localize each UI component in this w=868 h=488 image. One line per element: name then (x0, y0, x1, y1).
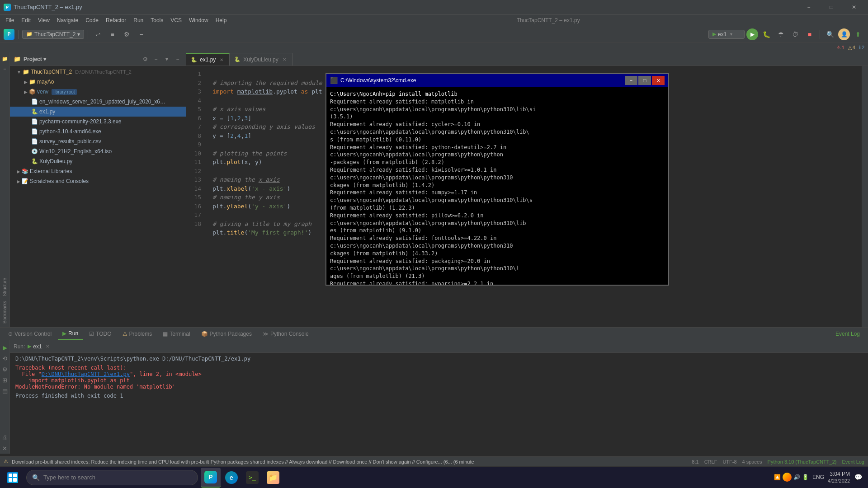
run-tab-close[interactable]: ✕ (46, 344, 49, 349)
tree-python-exe-label: python-3.10.4-amd64.exe (39, 128, 101, 135)
status-encoding[interactable]: UTF-8 (722, 459, 736, 465)
user-button[interactable]: 👤 (838, 28, 850, 40)
run-action-settings[interactable]: ⚙ (0, 365, 9, 374)
error-count[interactable]: ⚠ 1 (836, 45, 844, 51)
tree-item-win10[interactable]: 💿 Win10_21H2_English_x64.iso (10, 146, 186, 156)
cmd-max-btn[interactable]: □ (638, 76, 651, 85)
tree-item-ex1[interactable]: 🐍 ex1.py (10, 107, 186, 117)
tab-ex1[interactable]: 🐍 ex1.py ✕ (186, 53, 230, 66)
app-icon: P (4, 4, 11, 11)
profile-button[interactable]: ⏱ (789, 28, 802, 41)
tree-item-python-exe[interactable]: 📄 python-3.10.4-amd64.exe (10, 127, 186, 136)
run-ex1-tab[interactable]: ▶ ex1 ✕ (28, 343, 49, 350)
menu-help[interactable]: Help (212, 16, 231, 24)
stop-button[interactable]: ■ (803, 28, 816, 41)
toolbar-close-btn[interactable]: − (135, 28, 148, 41)
menu-view[interactable]: View (34, 16, 53, 24)
tab-event-log[interactable]: Event Log (831, 328, 864, 340)
toolbar-config-btn[interactable]: ⚙ (121, 28, 133, 41)
taskbar-pycharm[interactable]: P (201, 468, 221, 488)
tree-item-mayao[interactable]: ▶ 📁 mayAo (10, 77, 186, 87)
structure-label[interactable]: Structure (2, 278, 7, 296)
project-selector[interactable]: 📁 ThucTapCNTT_2 ▾ (22, 30, 84, 39)
status-right: 8:1 CRLF UTF-8 4 spaces Python 3.10 (Thu… (692, 459, 864, 465)
project-settings-icon[interactable]: ▾ (162, 55, 171, 64)
run-config-selector[interactable]: ▶ ex1 ▾ (708, 30, 745, 39)
tab-problems[interactable]: ⚠ Problems (118, 328, 157, 340)
run-action-play[interactable]: ▶ (0, 343, 9, 352)
status-event-log[interactable]: Event Log (842, 459, 864, 465)
tray-up-arrow[interactable]: 🔼 (774, 474, 781, 480)
cmd-min-btn[interactable]: − (625, 76, 637, 85)
cmd-close-btn[interactable]: ✕ (652, 76, 665, 85)
tab-run[interactable]: ▶ Run (58, 328, 83, 340)
tree-item-pycharm[interactable]: 📄 pycharm-community-2021.3.3.exe (10, 117, 186, 127)
menu-code[interactable]: Code (82, 16, 102, 24)
menu-edit[interactable]: Edit (18, 16, 34, 24)
maximize-button[interactable]: □ (821, 0, 842, 14)
project-gear-icon[interactable]: ⚙ (141, 55, 150, 64)
toolbar-structure-btn[interactable]: ≡ (106, 28, 119, 41)
sidebar-project-icon[interactable]: 📁 (0, 54, 9, 63)
tab-ex1-icon: 🐍 (191, 57, 197, 63)
clock[interactable]: 3:04 PM 4/23/2022 (828, 471, 850, 484)
status-warning-text[interactable]: Download pre-built shared indexes: Reduc… (12, 459, 474, 465)
tab-version-control[interactable]: ⊙ Version Control (4, 328, 56, 340)
tree-item-csv[interactable]: 📄 survey_results_public.csv (10, 136, 186, 146)
tab-xuly[interactable]: 🐍 XulyDuLieu.py ✕ (230, 53, 292, 66)
status-indent[interactable]: 4 spaces (742, 459, 762, 465)
taskbar-explorer[interactable]: 📁 (263, 468, 283, 488)
project-collapse-icon[interactable]: − (151, 55, 160, 64)
bookmarks-label[interactable]: Bookmarks (2, 301, 7, 324)
tree-scratches[interactable]: ▶ 📝 Scratches and Consoles (10, 176, 186, 186)
tab-todo[interactable]: ☑ TODO (85, 328, 116, 340)
notification-button[interactable]: 💬 (854, 473, 863, 482)
menu-file[interactable]: File (2, 16, 18, 24)
tray-volume-icon[interactable]: 🔋 (802, 474, 809, 480)
run-button[interactable]: ▶ (746, 28, 758, 40)
project-close-icon[interactable]: − (173, 55, 182, 64)
menu-run[interactable]: Run (130, 16, 147, 24)
run-action-filter[interactable]: ▤ (0, 386, 9, 395)
debug-button[interactable]: 🐛 (760, 28, 773, 41)
tray-lang[interactable]: ENG (812, 474, 824, 480)
menu-tools[interactable]: Tools (147, 16, 167, 24)
taskbar-edge[interactable]: e (222, 468, 241, 488)
minimize-button[interactable]: − (798, 0, 819, 14)
search-everywhere-button[interactable]: 🔍 (824, 28, 836, 41)
tree-xuly-label: XulyDulieu.py (39, 158, 72, 164)
tab-python-console[interactable]: ≫ Python Console (258, 328, 313, 340)
tab-xuly-close[interactable]: ✕ (281, 56, 288, 63)
run-file-link[interactable]: D:\DNU\ThucTapCNTT_2\ex1.py (42, 371, 130, 377)
tree-external-libs[interactable]: ▶ 📚 External Libraries (10, 166, 186, 176)
warning-count[interactable]: △ 4 (848, 45, 855, 51)
menu-window[interactable]: Window (185, 16, 212, 24)
update-button[interactable]: ⬆ (852, 28, 864, 41)
tab-python-packages[interactable]: 📦 Python Packages (197, 328, 256, 340)
taskbar-terminal[interactable]: >_ (242, 468, 262, 488)
toolbar-navigate-btn[interactable]: ⇌ (92, 28, 104, 41)
hint-count[interactable]: ℹ 2 (859, 45, 864, 51)
run-action-print[interactable]: 🖨 (0, 433, 9, 442)
tray-network-icon[interactable]: 🔊 (793, 474, 800, 480)
run-action-pin[interactable]: ⊞ (0, 375, 9, 385)
sidebar-structure-icon[interactable]: ≡ (0, 64, 9, 73)
close-button[interactable]: ✕ (844, 0, 864, 14)
coverage-button[interactable]: ☂ (774, 28, 787, 41)
tree-root[interactable]: ▼ 📁 ThucTapCNTT_2 D:\DNU\ThucTapCNTT_2 (10, 67, 186, 77)
start-button[interactable] (2, 468, 24, 488)
status-python[interactable]: Python 3.10 (ThucTapCNTT_2) (768, 459, 837, 465)
tab-ex1-close[interactable]: ✕ (218, 56, 225, 63)
menu-navigate[interactable]: Navigate (53, 16, 82, 24)
taskbar-search-bar[interactable]: 🔍 Type here to search (26, 470, 198, 485)
tab-terminal[interactable]: ▦ Terminal (158, 328, 194, 340)
tree-item-xulydulieu[interactable]: 🐍 XulyDulieu.py (10, 156, 186, 166)
run-action-close[interactable]: ✕ (0, 444, 9, 453)
run-action-rerun[interactable]: ⟲ (0, 354, 9, 363)
status-crlf[interactable]: CRLF (704, 459, 717, 465)
editor-scrollbar[interactable] (862, 66, 868, 327)
menu-refactor[interactable]: Refactor (102, 16, 130, 24)
tree-item-venv[interactable]: ▶ 📦 venv library root (10, 87, 186, 97)
menu-vcs[interactable]: VCS (167, 16, 185, 24)
tree-item-iso1[interactable]: 📄 en_windows_server_2019_updated_july_20… (10, 97, 186, 107)
